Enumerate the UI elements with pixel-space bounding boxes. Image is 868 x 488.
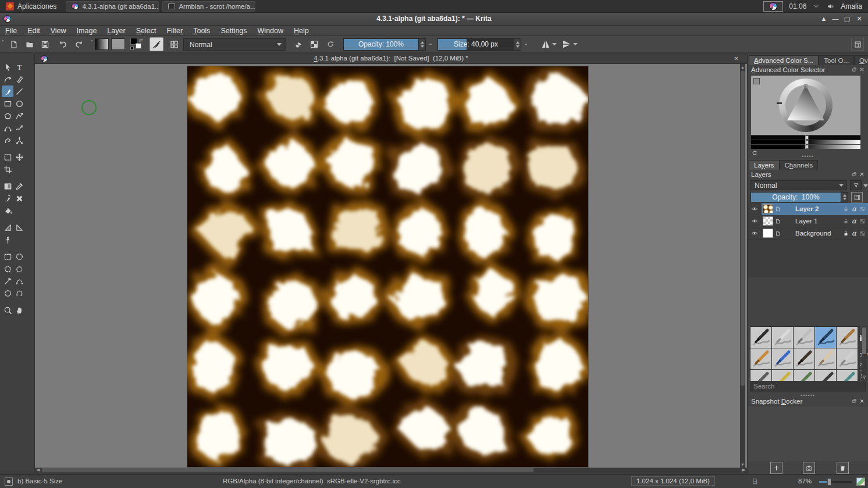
layer-row-body[interactable]: Layer 1α <box>762 215 868 227</box>
menu-settings[interactable]: Settings <box>215 26 252 35</box>
brush-preset-2[interactable] <box>772 327 794 348</box>
brush-preset-6[interactable] <box>750 348 772 370</box>
vertical-scrollbar[interactable]: ▲ ▼ <box>740 64 745 468</box>
minimize-button[interactable]: — <box>831 15 840 24</box>
layer-name[interactable]: Layer 1 <box>795 218 817 225</box>
transform-select-tool[interactable] <box>2 61 13 73</box>
line-tool[interactable] <box>13 86 25 97</box>
layer-name[interactable]: Layer 2 <box>795 205 819 212</box>
preset-scrollbar[interactable] <box>862 326 867 381</box>
menu-select[interactable]: Select <box>131 26 162 35</box>
brush-preset-8[interactable] <box>794 348 815 370</box>
freehand-brush-tool[interactable] <box>2 86 13 97</box>
scroll-up-arrow[interactable]: ▲ <box>741 65 745 69</box>
layer-row-layer-1[interactable]: Layer 1α <box>748 215 868 227</box>
shade-button[interactable]: ▲ <box>819 15 828 24</box>
float-docker-icon[interactable] <box>852 398 857 404</box>
slider-detach-handle[interactable] <box>429 44 432 45</box>
document-tab-label[interactable]: 4.3.1-alpha (git aba6da1): [Not Saved] (… <box>35 55 747 62</box>
magnetic-select-tool[interactable] <box>13 287 25 299</box>
menu-layer[interactable]: Layer <box>102 26 130 35</box>
menu-edit[interactable]: Edit <box>22 26 45 35</box>
canvas-viewport[interactable]: ▲ ▼ <box>35 64 747 468</box>
choose-workspace-button[interactable] <box>851 38 864 51</box>
dynamic-brush-tool[interactable] <box>2 134 13 146</box>
menu-file[interactable]: File <box>0 26 22 35</box>
horizontal-scroll-thumb[interactable] <box>42 468 533 472</box>
layer-inherit-alpha-icon[interactable] <box>859 206 866 212</box>
zoom-percentage[interactable]: 87% <box>798 478 812 485</box>
multibrush-tool[interactable] <box>13 134 25 146</box>
layer-properties-button[interactable] <box>851 192 863 202</box>
zoom-slider-handle[interactable] <box>827 478 831 486</box>
zoom-slider[interactable] <box>819 481 852 483</box>
scroll-left-arrow[interactable]: ◀ <box>36 468 40 472</box>
bezier-tool[interactable] <box>2 122 13 134</box>
layer-alpha-icon[interactable]: α <box>852 205 856 213</box>
menu-help[interactable]: Help <box>289 26 314 35</box>
layers-tab-layers[interactable]: Layers <box>749 160 780 170</box>
brush-preset-13[interactable] <box>794 370 815 381</box>
similar-select-tool[interactable] <box>2 275 13 287</box>
layer-thumbnail[interactable] <box>763 216 773 226</box>
scroll-right-arrow[interactable]: ▶ <box>742 468 746 472</box>
eraser-mode-button[interactable] <box>291 38 304 50</box>
polyline-tool[interactable] <box>13 110 25 122</box>
zoom-tool[interactable] <box>2 304 13 316</box>
ellipse-tool[interactable] <box>13 98 25 109</box>
layer-name[interactable]: Background <box>795 230 831 237</box>
layer-filter-button[interactable] <box>850 180 862 190</box>
freehand-select-tool[interactable] <box>13 263 25 275</box>
brush-preset-14[interactable] <box>815 370 837 381</box>
opacity-spin-buttons[interactable] <box>418 39 425 50</box>
fill-tool[interactable] <box>2 205 13 216</box>
freehand-path-tool[interactable] <box>13 122 25 134</box>
choose-brush-preset-button[interactable] <box>168 38 180 50</box>
tray-krita-icon[interactable] <box>763 1 783 12</box>
polygon-tool[interactable] <box>2 110 13 122</box>
color-sampler-tool[interactable] <box>13 180 25 192</box>
layer-opacity-spin[interactable] <box>841 193 848 202</box>
brush-preset-4-selected[interactable] <box>815 327 837 348</box>
open-document-button[interactable] <box>24 38 35 50</box>
layer-inherit-alpha-icon[interactable] <box>859 230 866 237</box>
advanced-color-selector[interactable] <box>751 76 860 135</box>
scroll-down-arrow[interactable]: ▼ <box>741 462 745 466</box>
bezier-select-tool[interactable] <box>13 275 25 287</box>
gradient-preview[interactable] <box>95 38 109 50</box>
mirror-horizontal-button[interactable] <box>540 38 558 51</box>
preserve-alpha-button[interactable] <box>307 38 321 50</box>
layer-alpha-icon[interactable]: α <box>852 229 856 237</box>
close-docker-icon[interactable] <box>859 398 865 404</box>
vertical-scroll-thumb[interactable] <box>741 71 745 386</box>
enclose-select-tool[interactable] <box>2 287 13 299</box>
menu-window[interactable]: Window <box>252 26 289 35</box>
smart-patch-tool[interactable] <box>13 193 25 204</box>
float-docker-icon[interactable] <box>852 67 857 72</box>
volume-icon[interactable] <box>826 2 835 10</box>
close-docker-icon[interactable] <box>859 172 865 177</box>
delete-snapshot-button[interactable] <box>837 462 849 474</box>
zoom-to-fit-icon[interactable] <box>856 478 865 486</box>
brush-size-slider[interactable]: Size: 40,00 px <box>437 38 521 51</box>
pan-tool[interactable] <box>13 304 25 316</box>
pattern-edit-tool[interactable] <box>2 193 13 204</box>
layer-inherit-alpha-icon[interactable] <box>859 218 866 225</box>
save-button[interactable] <box>39 38 51 50</box>
docker-tab-tool-o[interactable]: Tool O... <box>819 55 854 65</box>
rectangle-tool[interactable] <box>2 98 13 109</box>
layer-blend-mode-select[interactable]: Normal <box>750 180 847 190</box>
layer-visibility-eye-icon[interactable] <box>748 218 762 225</box>
canvas-image[interactable] <box>187 66 588 467</box>
layer-thumbnail[interactable] <box>763 229 773 238</box>
layers-tab-channels[interactable]: Channels <box>780 160 819 170</box>
crop-tool[interactable] <box>2 163 13 175</box>
ellipse-select-tool[interactable] <box>13 251 25 262</box>
layer-row-layer-2[interactable]: Layer 2α <box>748 203 868 215</box>
layer-lock-icon[interactable] <box>843 206 849 212</box>
brush-preset-1[interactable] <box>750 327 772 348</box>
rect-select-tool[interactable] <box>2 251 13 262</box>
calligraphy-tool[interactable] <box>13 73 25 85</box>
applications-menu[interactable]: Aplicaciones <box>0 0 62 13</box>
pattern-preview[interactable] <box>111 38 125 50</box>
